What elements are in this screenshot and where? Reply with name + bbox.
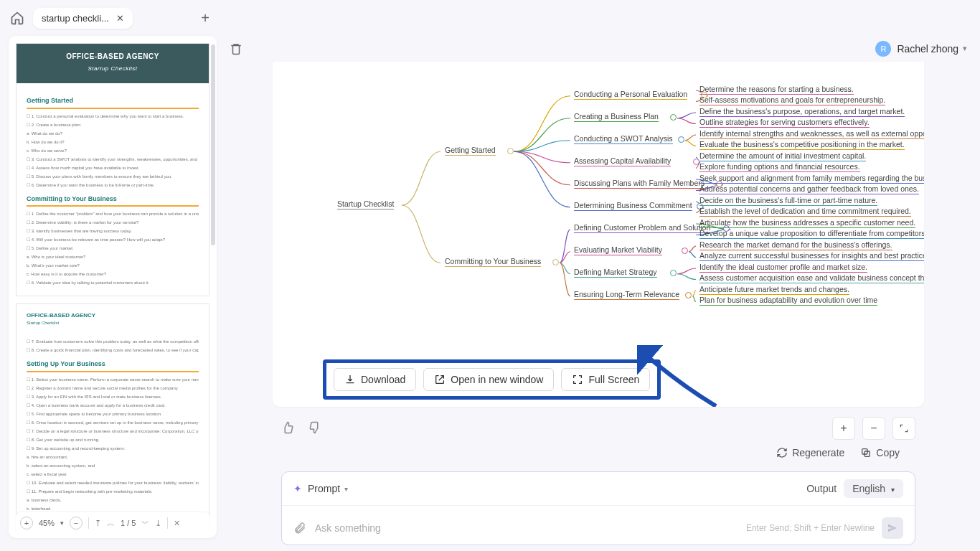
tab-title: startup checkli... [42,13,109,24]
mindmap-node[interactable]: Research the market demand for the busin… [699,240,892,250]
mindmap-node[interactable]: Explore funding options and financial re… [699,162,860,172]
input-hint: Enter Send; Shift + Enter Newline [746,523,875,533]
last-page-icon[interactable]: ⤓ [155,519,161,528]
first-page-icon[interactable]: ⤒ [95,519,101,528]
mindmap-node[interactable]: Discussing Plans with Family Members [574,179,705,189]
avatar: R [875,41,891,57]
zoom-in-icon[interactable]: + [20,517,33,529]
remove-button[interactable]: − [862,417,885,440]
expand-node-icon[interactable] [552,259,559,265]
prompt-dropdown-icon[interactable]: ▾ [344,485,348,493]
mindmap-node[interactable]: Outline strategies for serving customers… [699,118,870,128]
mindmap-node[interactable]: Determining Business Commitment [574,201,692,211]
mindmap-node[interactable]: Address potential concerns and gather fe… [699,184,919,194]
expand-node-icon[interactable] [507,148,514,154]
page-indicator: 1 / 5 [121,519,136,527]
mindmap-node[interactable]: Analyze current successful businesses fo… [699,251,924,261]
mindmap-node[interactable]: Identify internal strengths and weakness… [699,129,924,139]
mindmap-node[interactable]: Determine the reasons for starting a bus… [699,85,854,95]
prompt-box: ✦ Prompt ▾ Output English ▾ Enter Send; … [281,471,915,545]
mindmap-node[interactable]: Committing to Your Business [445,257,541,267]
delete-icon[interactable] [230,42,242,55]
mindmap-node[interactable]: Getting Started [445,146,496,156]
tab-document[interactable]: startup checkli... ✕ [33,8,133,29]
mindmap-node[interactable]: Defining Market Strategy [574,268,657,278]
thumbnail-page-2[interactable]: OFFICE-BASED AGENCY Startup Checklist ☐ … [16,303,209,531]
mindmap-node[interactable]: Establish the level of dedication and ti… [699,207,911,217]
user-name: Rachel zhong [897,43,958,55]
prompt-label[interactable]: Prompt [308,483,340,494]
close-icon[interactable]: ✕ [116,13,124,24]
user-menu[interactable]: R Rachel zhong ▾ [875,41,967,57]
mindmap-node[interactable]: Evaluate the business's competitive posi… [699,140,905,150]
mindmap-node[interactable]: Decide on the business's full-time or pa… [699,196,877,206]
zoom-out-icon[interactable]: − [70,517,83,529]
sidebar-page-controls: + 45% ▾ − ⤒ ︿ 1 / 5 ﹀ ⤓ ✕ [16,512,209,534]
open-new-window-button[interactable]: Open in new window [423,368,554,391]
mindmap-node[interactable]: Assess customer acquisition ease and val… [699,273,924,283]
expand-icon[interactable] [892,417,915,440]
mindmap-node[interactable]: Defining Customer Problem and Solution [574,223,710,233]
mindmap-node[interactable]: Startup Checklist [337,199,394,209]
mindmap-node[interactable]: Develop a unique value proposition to di… [699,229,924,239]
regenerate-button[interactable]: Regenerate [776,447,844,458]
prev-page-icon[interactable]: ︿ [107,518,115,529]
prompt-input[interactable] [315,522,746,534]
action-bar-highlight: Download Open in new window Full Screen [323,359,661,400]
mindmap-node[interactable]: Define the business's purpose, operation… [699,107,905,117]
add-tab-button[interactable]: + [201,10,209,27]
mindmap-node[interactable]: Assessing Capital Availability [574,156,671,166]
chevron-down-icon: ▾ [963,44,967,53]
document-sidebar: OFFICE-BASED AGENCY Startup Checklist Ge… [0,36,222,551]
add-button[interactable]: + [832,417,855,440]
mindmap-node[interactable]: Ensuring Long-Term Relevance [574,290,679,300]
mindmap-node[interactable]: Creating a Business Plan [574,112,659,122]
next-page-icon[interactable]: ﹀ [141,518,149,529]
copy-button[interactable]: Copy [860,447,900,458]
mindmap-node[interactable]: Conducting a SWOT Analysis [574,134,673,144]
mindmap-node[interactable]: Conducting a Personal Evaluation [574,90,687,100]
thumbs-up-icon[interactable] [281,421,296,435]
mindmap-node[interactable]: Self-assess motivations and goals for en… [699,95,885,105]
zoom-level: 45% [39,519,55,527]
home-icon[interactable] [10,11,24,25]
mindmap-node[interactable]: Identify the ideal customer profile and … [699,263,867,273]
mindmap-node[interactable]: Anticipate future market trends and chan… [699,285,849,295]
callout-arrow [637,345,723,407]
output-label: Output [806,483,837,494]
mindmap-node[interactable]: Plan for business adaptability and evolu… [699,296,877,306]
zoom-dropdown-icon[interactable]: ▾ [60,519,64,527]
sidebar-scrollbar[interactable] [211,44,215,245]
send-button[interactable] [882,517,903,539]
mindmap-canvas[interactable]: Startup ChecklistGetting StartedConducti… [273,62,924,408]
download-button[interactable]: Download [334,368,416,391]
language-selector[interactable]: English ▾ [844,479,903,498]
close-sidebar-icon[interactable]: ✕ [174,519,180,528]
attach-icon[interactable] [293,522,306,534]
mindmap-node[interactable]: Articulate how the business addresses a … [699,218,915,228]
mindmap-node[interactable]: Determine the amount of initial investme… [699,151,866,161]
mindmap-node[interactable]: Evaluating Market Viability [574,245,662,255]
thumbnail-page-1[interactable]: OFFICE-BASED AGENCY Startup Checklist Ge… [16,43,209,296]
thumbs-down-icon[interactable] [308,421,323,435]
sparkle-icon: ✦ [293,483,302,494]
mindmap-node[interactable]: Seek support and alignment from family m… [699,174,924,184]
